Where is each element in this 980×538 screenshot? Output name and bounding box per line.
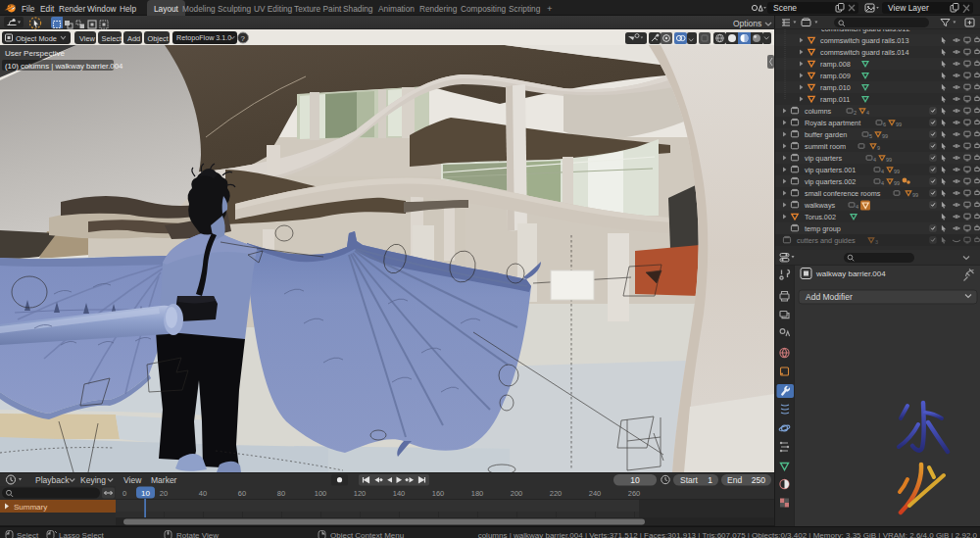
svg-text:80: 80 xyxy=(277,489,285,498)
svg-text:ramp.009: ramp.009 xyxy=(820,72,851,80)
svg-text:140: 140 xyxy=(393,489,406,498)
svg-text:Select: Select xyxy=(17,531,39,538)
svg-text:Royals apartment: Royals apartment xyxy=(805,119,860,127)
svg-text:99: 99 xyxy=(894,180,900,186)
svg-text:temp group: temp group xyxy=(805,224,841,233)
svg-text:4: 4 xyxy=(873,157,876,163)
svg-text:3: 3 xyxy=(875,239,878,245)
svg-text:small conference rooms: small conference rooms xyxy=(805,189,881,198)
svg-text:ramp.011: ramp.011 xyxy=(820,95,850,104)
svg-text:4: 4 xyxy=(856,204,858,210)
svg-text:columns | walkway barrier.004: columns | walkway barrier.004 | Verts:37… xyxy=(478,531,978,538)
svg-text:Keying: Keying xyxy=(80,475,106,485)
svg-text:Playback: Playback xyxy=(35,475,70,485)
svg-text:10: 10 xyxy=(141,489,150,498)
svg-text:vip quarters.001: vip quarters.001 xyxy=(805,166,856,174)
svg-text:commswitch guard rails.014: commswitch guard rails.014 xyxy=(820,48,908,57)
svg-text:View: View xyxy=(79,34,96,43)
svg-text:4: 4 xyxy=(866,110,869,116)
svg-text:walkway barrier.004: walkway barrier.004 xyxy=(815,269,886,278)
svg-text:Summary: Summary xyxy=(14,503,47,512)
svg-text:4: 4 xyxy=(881,180,884,186)
svg-text:4: 4 xyxy=(881,169,884,174)
svg-text:260: 260 xyxy=(628,489,641,498)
svg-text:250: 250 xyxy=(752,475,765,485)
svg-text:Lasso Select: Lasso Select xyxy=(59,531,105,538)
svg-text:columns: columns xyxy=(805,107,832,116)
svg-text:99: 99 xyxy=(894,169,900,174)
svg-text:240: 240 xyxy=(589,489,602,498)
svg-text:vip quarters: vip quarters xyxy=(805,154,842,163)
svg-text:Object Context Menu: Object Context Menu xyxy=(330,531,404,538)
svg-text:99: 99 xyxy=(912,192,918,198)
svg-text:ramp.008: ramp.008 xyxy=(820,60,851,69)
svg-text:?: ? xyxy=(241,34,246,43)
svg-text:cutters and guides: cutters and guides xyxy=(797,236,856,245)
svg-text:99: 99 xyxy=(896,122,902,127)
svg-text:summit room: summit room xyxy=(805,142,846,151)
svg-text:commswitch guard rails.013: commswitch guard rails.013 xyxy=(820,36,908,45)
svg-text:Object: Object xyxy=(148,34,169,43)
svg-text:0: 0 xyxy=(122,489,126,498)
svg-text:ramp.010: ramp.010 xyxy=(820,83,851,92)
svg-text:220: 220 xyxy=(550,489,563,498)
svg-text:6: 6 xyxy=(883,122,886,127)
svg-text:20: 20 xyxy=(160,489,168,498)
svg-text:User Perspective: User Perspective xyxy=(5,49,65,58)
svg-text:Select: Select xyxy=(102,34,122,43)
svg-text:(10) columns | walkway barrier: (10) columns | walkway barrier.004 xyxy=(5,62,123,71)
svg-text:2: 2 xyxy=(854,110,857,116)
svg-text:Object Mode: Object Mode xyxy=(16,34,57,43)
svg-text:View: View xyxy=(123,475,142,485)
svg-text:Start: Start xyxy=(680,475,699,485)
svg-text:commswitch guard rails.012: commswitch guard rails.012 xyxy=(821,29,909,33)
svg-text:vip quarters.002: vip quarters.002 xyxy=(805,177,856,186)
svg-text:Add Modifier: Add Modifier xyxy=(806,292,853,302)
svg-text:9: 9 xyxy=(877,145,880,151)
svg-text:RetopoFlow 3.1.0: RetopoFlow 3.1.0 xyxy=(176,33,231,42)
svg-text:120: 120 xyxy=(354,489,367,498)
svg-text:buffer garden: buffer garden xyxy=(805,130,847,139)
svg-text:Torus.002: Torus.002 xyxy=(805,213,836,221)
svg-text:Add: Add xyxy=(127,34,140,43)
svg-text:5: 5 xyxy=(869,133,872,139)
svg-text:Rotate View: Rotate View xyxy=(176,531,219,538)
svg-text:60: 60 xyxy=(238,489,246,498)
svg-text:200: 200 xyxy=(511,489,523,498)
svg-text:walkways: walkways xyxy=(804,201,836,210)
svg-text:99: 99 xyxy=(882,133,888,139)
svg-text:40: 40 xyxy=(199,489,207,498)
svg-text:99: 99 xyxy=(886,157,892,163)
svg-text:160: 160 xyxy=(432,489,445,498)
svg-text:10: 10 xyxy=(630,475,640,485)
svg-text:180: 180 xyxy=(471,489,484,498)
svg-text:1: 1 xyxy=(708,475,712,485)
svg-text:End: End xyxy=(727,475,742,485)
svg-text:Marker: Marker xyxy=(151,475,177,485)
svg-text:100: 100 xyxy=(315,489,327,498)
